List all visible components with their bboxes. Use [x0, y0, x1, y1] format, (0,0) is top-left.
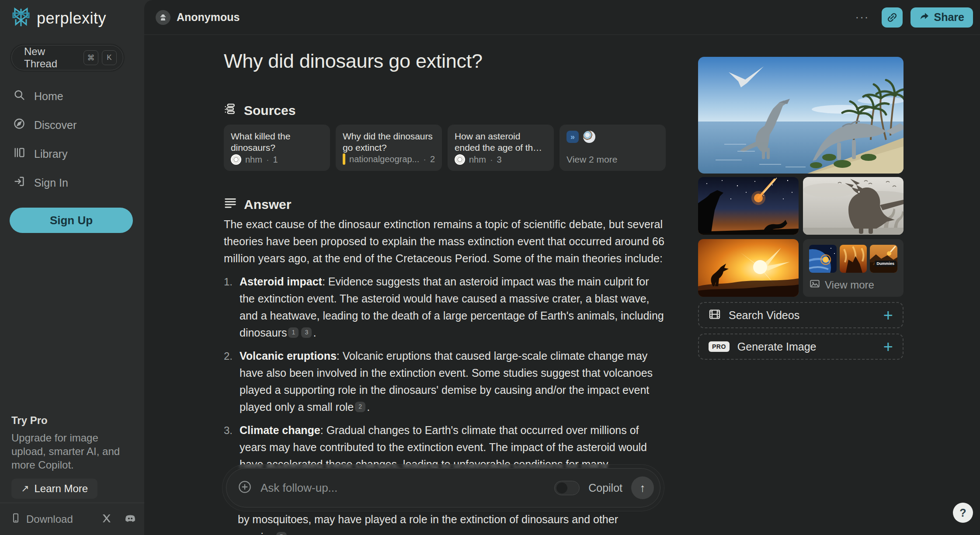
download-label: Download [26, 513, 73, 525]
toggle-knob [556, 483, 567, 493]
search-videos-row[interactable]: Search Videos + [698, 302, 904, 328]
brand-wordmark: perplexity [37, 9, 106, 28]
main-panel: Anonymous ··· Share [144, 0, 980, 535]
citation-badge[interactable]: 3 [301, 327, 312, 338]
sidebar-nav: Home Discover Library [13, 87, 131, 202]
kbd-k-key: K [102, 50, 117, 65]
copy-link-button[interactable] [882, 7, 903, 28]
question-title: Why did dinosaurs go extinct? [224, 49, 666, 73]
dot-separator: · [266, 155, 269, 165]
answer-heading-label: Answer [244, 197, 291, 212]
perplexity-logo-icon [10, 7, 31, 30]
source-favicon [583, 131, 595, 143]
avatar[interactable] [156, 10, 170, 25]
list-term: Volcanic eruptions [240, 350, 337, 362]
generate-image-row[interactable]: PRO Generate Image + [698, 334, 904, 360]
new-thread-label: New Thread [24, 45, 80, 70]
sidebar-item-label: Library [34, 148, 67, 160]
sources-heading: Sources [224, 102, 666, 118]
source-favicon [343, 153, 345, 165]
citation-badge[interactable]: 1 [288, 327, 299, 338]
list-term: Climate change [240, 424, 320, 436]
source-favicon [455, 154, 465, 165]
search-icon [13, 89, 25, 104]
compass-icon [13, 118, 25, 132]
list-item-text: Volcanic eruptions: Volcanic eruptions t… [240, 347, 666, 416]
dummies-cover-thumbnail[interactable]: Dummies [870, 245, 897, 273]
source-index: 2 [430, 154, 435, 164]
sidebar-footer-divider [0, 503, 144, 503]
follow-up-input-pill: Copilot ↑ [226, 468, 660, 507]
source-title: What killed the dinosaurs? [231, 131, 323, 153]
source-card[interactable]: Why did the dinosaurs go extinct? nation… [336, 125, 442, 171]
sidebar-item-discover[interactable]: Discover [13, 115, 131, 135]
source-domain: nationalgeograp... [349, 154, 419, 164]
citation-badge[interactable]: 5 [276, 532, 287, 535]
list-item: 2. Volcanic eruptions: Volcanic eruption… [224, 347, 666, 416]
view-more-sources-card[interactable]: » View 2 more [560, 125, 666, 171]
list-number: 2. [224, 347, 240, 416]
more-options-button[interactable]: ··· [851, 10, 874, 24]
download-button[interactable]: Download [10, 513, 73, 526]
new-thread-button[interactable]: New Thread ⌘ K [11, 45, 123, 70]
ask-follow-up-input[interactable] [261, 481, 546, 495]
copilot-toggle[interactable] [554, 481, 580, 495]
attach-plus-icon[interactable] [238, 480, 252, 496]
sidebar-item-label: Discover [34, 119, 76, 132]
share-label: Share [934, 11, 964, 24]
learn-more-button[interactable]: ↗ Learn More [11, 479, 97, 499]
plus-icon: + [883, 338, 893, 355]
source-card[interactable]: What killed the dinosaurs? nhm · 1 [224, 125, 330, 171]
answer-icon [224, 196, 237, 212]
source-card[interactable]: How an asteroid ended the age of the din… [448, 125, 554, 171]
library-icon [13, 146, 25, 161]
sidebar-item-label: Sign In [34, 177, 68, 189]
help-button[interactable]: ? [953, 503, 973, 523]
list-number: 1. [224, 273, 240, 341]
sign-up-button[interactable]: Sign Up [10, 208, 133, 233]
sidebar-item-sign-in[interactable]: Sign In [13, 173, 131, 192]
source-meta: nhm · 1 [231, 154, 323, 165]
learn-more-label: Learn More [34, 483, 88, 495]
plus-icon: + [883, 307, 893, 323]
sidebar: perplexity New Thread ⌘ K Home [0, 0, 144, 535]
citation-badge[interactable]: 2 [355, 402, 365, 412]
hero-dinosaur-image[interactable] [698, 57, 904, 174]
view-more-images-card[interactable]: Dummies View more [803, 239, 904, 297]
source-domain: nhm [245, 155, 262, 165]
share-icon [919, 11, 930, 24]
list-term: Asteroid impact [240, 275, 322, 288]
asteroid-space-thumbnail[interactable] [809, 245, 837, 273]
try-pro-block: Try Pro Upgrade for image upload, smarte… [11, 414, 134, 499]
fiery-dinosaur-thumbnail[interactable] [840, 245, 867, 273]
try-pro-title: Try Pro [11, 414, 134, 427]
gray-trex-image[interactable] [803, 177, 904, 235]
dot-separator: · [423, 154, 426, 164]
source-index: 1 [273, 155, 278, 165]
list-item: 1. Asteroid impact: Evidence suggests th… [224, 273, 666, 341]
media-column: Dummies View more [698, 57, 904, 360]
copilot-label: Copilot [588, 482, 622, 494]
answer-intro: The exact cause of the dinosaur extincti… [224, 216, 666, 267]
film-icon [709, 308, 721, 322]
phone-icon [10, 513, 21, 526]
brand[interactable]: perplexity [10, 7, 106, 30]
source-domain: nhm [469, 155, 486, 165]
meteor-night-image[interactable] [698, 177, 799, 235]
sidebar-item-library[interactable]: Library [13, 144, 131, 163]
submit-arrow-button[interactable]: ↑ [631, 476, 654, 499]
share-button[interactable]: Share [910, 7, 973, 28]
view-more-sources-label: View 2 more [566, 154, 659, 165]
view-more-images-label: View more [809, 278, 897, 292]
source-index: 3 [497, 155, 502, 165]
source-cards: What killed the dinosaurs? nhm · 1 Why d… [224, 125, 666, 171]
pro-badge: PRO [709, 341, 730, 352]
source-title: Why did the dinosaurs go extinct? [343, 131, 435, 153]
discord-icon[interactable] [124, 512, 136, 526]
x-twitter-icon[interactable] [101, 513, 112, 525]
sidebar-item-home[interactable]: Home [13, 87, 131, 106]
image-thumbnails: Dummies [809, 245, 897, 273]
impact-explosion-image[interactable] [698, 239, 799, 297]
answer-list: 1. Asteroid impact: Evidence suggests th… [224, 273, 666, 473]
sign-in-icon [13, 175, 25, 190]
